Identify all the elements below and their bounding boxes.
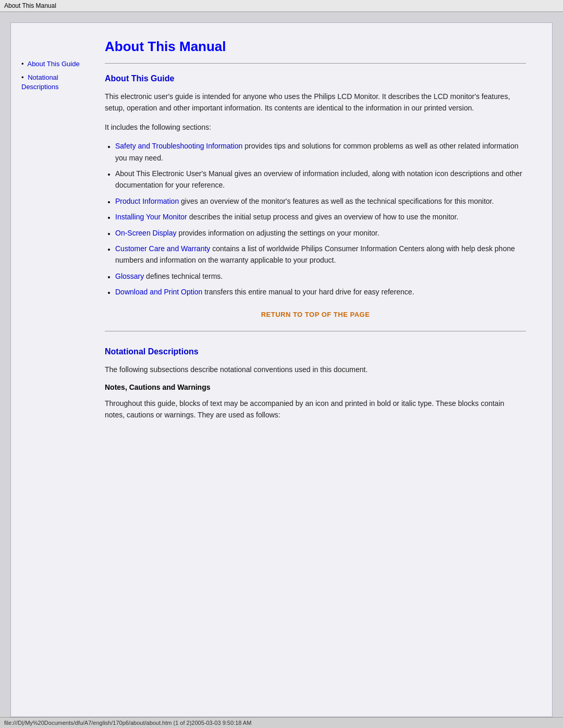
list-item-text-3: gives an overview of the monitor's featu…: [179, 197, 494, 205]
download-print-option-link[interactable]: Download and Print Option: [115, 288, 202, 296]
notational-descriptions-body: Throughout this guide, blocks of text ma…: [105, 398, 526, 421]
status-bar-text: file:///D|/My%20Documents/dfu/A7/english…: [4, 720, 251, 726]
main-content: About This Manual About This Guide This …: [94, 33, 542, 706]
list-item: Safety and Troubleshooting Information p…: [115, 140, 526, 164]
sidebar-link-notational-descriptions[interactable]: Notational Descriptions: [21, 73, 59, 91]
return-to-top-wrapper: RETURN TO TOP OF THE PAGE: [105, 310, 526, 318]
about-this-guide-followup: It includes the following sections:: [105, 121, 526, 133]
sidebar-bullet-1: •: [21, 60, 24, 68]
list-item-text-2: About This Electronic User's Manual give…: [115, 169, 522, 189]
list-item: Glossary defines technical terms.: [115, 270, 526, 282]
list-item-text-5: provides information on adjusting the se…: [177, 229, 380, 237]
section-divider: [105, 331, 526, 331]
content-box: • About This Guide • Notational Descript…: [10, 22, 553, 717]
sidebar: • About This Guide • Notational Descript…: [21, 33, 94, 706]
status-bar: file:///D|/My%20Documents/dfu/A7/english…: [0, 717, 563, 728]
list-item-text-8: transfers this entire manual to your har…: [202, 288, 414, 296]
list-item-text-4: describes the initial setup process and …: [187, 213, 459, 221]
about-this-guide-section: About This Guide This electronic user's …: [105, 74, 526, 318]
sidebar-bullet-2: •: [21, 73, 24, 81]
installing-your-monitor-link[interactable]: Installing Your Monitor: [115, 213, 187, 221]
about-this-guide-intro: This electronic user's guide is intended…: [105, 91, 526, 114]
title-bar-text: About This Manual: [4, 2, 56, 9]
on-screen-display-link[interactable]: On-Screen Display: [115, 229, 177, 237]
list-item: About This Electronic User's Manual give…: [115, 168, 526, 191]
notational-descriptions-intro: The following subsections describe notat…: [105, 364, 526, 375]
title-divider: [105, 63, 526, 64]
sidebar-link-about-this-guide[interactable]: About This Guide: [27, 60, 79, 68]
notes-cautions-warnings-heading: Notes, Cautions and Warnings: [105, 383, 526, 391]
page-layout: • About This Guide • Notational Descript…: [11, 23, 552, 717]
return-to-top-link[interactable]: RETURN TO TOP OF THE PAGE: [261, 311, 370, 318]
safety-troubleshooting-link[interactable]: Safety and Troubleshooting Information: [115, 142, 242, 150]
notational-descriptions-section: Notational Descriptions The following su…: [105, 347, 526, 421]
list-item: On-Screen Display provides information o…: [115, 227, 526, 239]
list-item: Installing Your Monitor describes the in…: [115, 211, 526, 223]
notational-descriptions-heading: Notational Descriptions: [105, 347, 526, 356]
list-item: Customer Care and Warranty contains a li…: [115, 243, 526, 266]
glossary-link[interactable]: Glossary: [115, 272, 144, 280]
title-bar: About This Manual: [0, 0, 563, 12]
list-item-text-7: defines technical terms.: [144, 272, 223, 280]
list-item: Product Information gives an overview of…: [115, 195, 526, 207]
product-information-link[interactable]: Product Information: [115, 197, 179, 205]
page-title: About This Manual: [105, 39, 526, 55]
customer-care-warranty-link[interactable]: Customer Care and Warranty: [115, 244, 210, 253]
sidebar-item-about-this-guide[interactable]: • About This Guide: [21, 59, 89, 69]
sidebar-item-notational-descriptions[interactable]: • Notational Descriptions: [21, 73, 89, 92]
list-item: Download and Print Option transfers this…: [115, 286, 526, 298]
main-wrapper: • About This Guide • Notational Descript…: [0, 12, 563, 717]
bullet-list: Safety and Troubleshooting Information p…: [115, 140, 526, 298]
about-this-guide-heading: About This Guide: [105, 74, 526, 83]
